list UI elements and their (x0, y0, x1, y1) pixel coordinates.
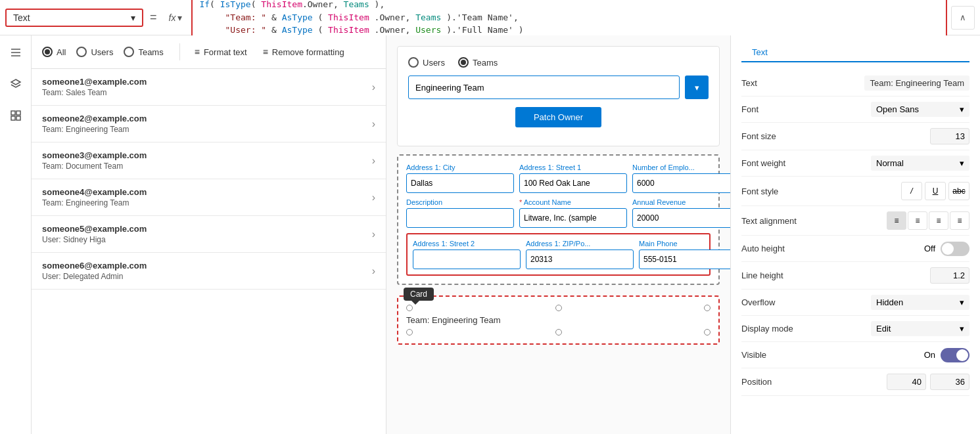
list-item[interactable]: someone6@example.com User: Delegated Adm… (32, 253, 386, 290)
prop-input-position-x[interactable] (887, 374, 926, 390)
font-dropdown[interactable]: Open Sans ▾ (871, 102, 969, 117)
form-label-phone: Main Phone (639, 240, 730, 248)
form-input-revenue[interactable] (632, 208, 730, 228)
form-input-description[interactable] (406, 208, 514, 228)
fx-button[interactable]: fx ▾ (164, 10, 188, 26)
form-input-zip[interactable] (526, 250, 634, 269)
prop-row-text-align: Text alignment ≡ ≡ ≡ ≡ (741, 206, 969, 236)
sidebar-icon-grid[interactable] (4, 104, 28, 127)
left-panel: All Users Teams ≡ Format text ≡ Remove f… (32, 35, 386, 434)
svg-rect-6 (11, 116, 15, 120)
prop-label-auto-height: Auto height (741, 244, 807, 253)
owner-teams-radio-btn[interactable] (458, 57, 469, 68)
team-dropdown-arrow[interactable]: ▾ (685, 76, 709, 99)
format-text-icon: ≡ (195, 47, 200, 57)
visible-toggle[interactable] (941, 348, 969, 362)
filter-all[interactable]: All (42, 47, 66, 57)
strikethrough-button[interactable]: abc (948, 182, 969, 200)
overflow-value: Hidden (876, 297, 903, 307)
list-item-email-1: someone2@example.com (42, 114, 372, 123)
prop-label-text-align: Text alignment (741, 216, 807, 226)
prop-input-position-y[interactable] (930, 374, 969, 390)
center-panel: Users Teams Engineering Team ▾ Patch Own… (386, 35, 730, 434)
filter-users[interactable]: Users (76, 47, 113, 57)
form-field-zip: Address 1: ZIP/Po... (526, 240, 634, 269)
resize-handle-tc[interactable] (555, 305, 562, 311)
resize-handle-tr[interactable] (704, 305, 711, 311)
resize-handle-bl[interactable] (406, 329, 413, 336)
formula-line-3: "User: " & AsType ( ThisItem .Owner, Use… (199, 24, 939, 37)
form-input-phone[interactable] (639, 250, 730, 269)
remove-formatting-label: Remove formatting (272, 47, 344, 57)
patch-owner-label: Patch Owner (534, 112, 583, 122)
list-item[interactable]: someone4@example.com Team: Engineering T… (32, 179, 386, 216)
form-field-account: Account Name (519, 198, 627, 228)
formula-name-box[interactable]: Text ▾ (5, 9, 143, 27)
form-input-street2[interactable] (413, 250, 521, 269)
list-item-team-5: User: Delegated Admin (42, 272, 372, 281)
prop-row-text: Text Team: Engineering Team (741, 70, 969, 97)
align-left-button[interactable]: ≡ (887, 211, 906, 230)
prop-input-line-height[interactable] (930, 267, 969, 284)
patch-owner-button[interactable]: Patch Owner (515, 107, 601, 127)
align-right-button[interactable]: ≡ (929, 211, 948, 230)
resize-handle-br[interactable] (704, 329, 711, 336)
form-input-city[interactable] (406, 173, 514, 193)
prop-row-position: Position (741, 368, 969, 396)
italic-button[interactable]: / (901, 182, 922, 200)
equals-sign: = (147, 11, 160, 24)
tab-text[interactable]: Text (741, 43, 778, 62)
form-input-employees[interactable] (632, 173, 730, 193)
filter-teams-radio[interactable] (124, 47, 134, 57)
owner-teams-radio[interactable]: Teams (458, 57, 498, 68)
prop-label-font-weight: Font weight (741, 158, 807, 168)
font-weight-dropdown[interactable]: Normal ▾ (871, 156, 969, 171)
form-label-revenue: Annual Revenue (632, 198, 730, 206)
display-mode-dropdown[interactable]: Edit ▾ (871, 321, 969, 336)
form-input-account[interactable] (519, 208, 627, 228)
list-item[interactable]: someone2@example.com Team: Engineering T… (32, 106, 386, 142)
filter-teams[interactable]: Teams (124, 47, 163, 57)
position-inputs (887, 374, 969, 390)
text-card-inner: Team: Engineering Team (406, 305, 711, 336)
form-label-employees: Number of Emplo... (632, 163, 730, 171)
filter-all-radio[interactable] (42, 47, 53, 57)
sidebar-icon-menu[interactable] (4, 41, 28, 64)
list-item[interactable]: someone3@example.com Team: Document Team… (32, 142, 386, 179)
font-dropdown-value: Open Sans (876, 104, 919, 114)
form-grid: Address 1: City Address 1: Street 1 Numb… (406, 163, 711, 228)
fx-chevron: ▾ (177, 12, 182, 23)
resize-handle-tl[interactable] (406, 305, 413, 311)
filter-users-radio[interactable] (76, 47, 87, 57)
auto-height-toggle[interactable] (941, 242, 969, 256)
chevron-right-icon-4: › (372, 228, 375, 240)
owner-radio-row: Users Teams (408, 57, 709, 68)
form-input-street1[interactable] (519, 173, 627, 193)
overflow-dropdown[interactable]: Hidden ▾ (871, 295, 969, 310)
list-item-email-3: someone4@example.com (42, 187, 372, 197)
prop-row-line-height: Line height (741, 262, 969, 290)
remove-formatting-button[interactable]: ≡ Remove formatting (256, 43, 351, 60)
format-text-button[interactable]: ≡ Format text (188, 43, 254, 60)
list-item[interactable]: someone1@example.com Team: Sales Team › (32, 69, 386, 106)
underline-button[interactable]: U (925, 182, 946, 200)
align-justify-button[interactable]: ≡ (950, 211, 969, 230)
top-bar: Text ▾ = fx ▾ If( IsType( ThisItem.Owner… (0, 0, 980, 35)
team-dropdown[interactable]: Engineering Team (408, 76, 680, 99)
list-item[interactable]: someone5@example.com User: Sidney Higa › (32, 216, 386, 253)
align-center-button[interactable]: ≡ (908, 211, 927, 230)
card-tooltip: Card (404, 288, 434, 301)
font-weight-chevron: ▾ (960, 158, 964, 168)
owner-users-radio-btn[interactable] (408, 57, 419, 68)
handle-row-top (406, 305, 711, 311)
filter-teams-label: Teams (138, 47, 163, 57)
formula-expand-button[interactable]: ∧ (951, 6, 975, 30)
prop-input-font-size[interactable] (930, 128, 969, 144)
text-card-content: Team: Engineering Team (406, 315, 711, 325)
remove-formatting-icon: ≡ (263, 47, 268, 57)
resize-handle-bc[interactable] (555, 329, 562, 336)
list-area: someone1@example.com Team: Sales Team › … (32, 69, 386, 434)
list-item-email-5: someone6@example.com (42, 261, 372, 271)
sidebar-icon-layers[interactable] (4, 72, 28, 96)
owner-users-radio[interactable]: Users (408, 57, 445, 68)
